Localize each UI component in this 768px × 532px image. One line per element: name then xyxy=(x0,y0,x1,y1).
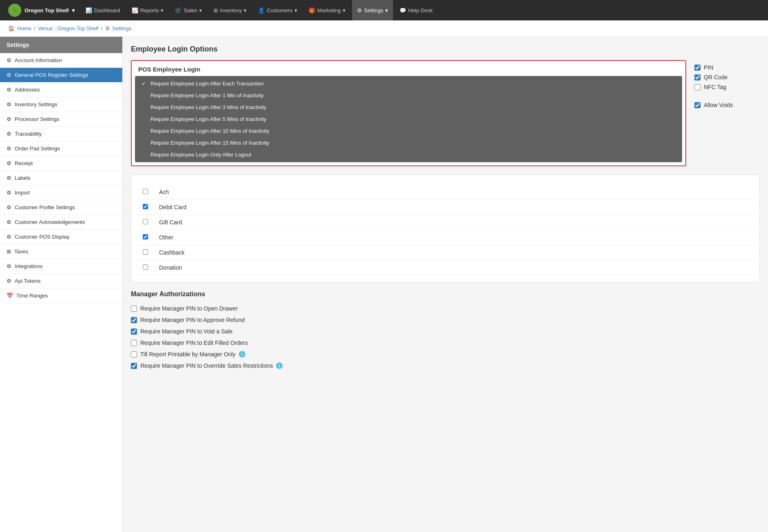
dropdown-item-0[interactable]: ✓ Require Employee Login After Each Tran… xyxy=(135,78,682,89)
other-checkbox[interactable] xyxy=(143,234,148,239)
nav-inventory[interactable]: ⊞ Inventory ▾ xyxy=(209,0,252,20)
pos-login-left: POS Employee Login ✓ Require Employee Lo… xyxy=(131,60,686,166)
dropdown-item-6[interactable]: Require Employee Login Only After Logout xyxy=(135,149,682,161)
donation-checkbox[interactable] xyxy=(143,264,148,270)
manager-open-drawer-checkbox[interactable] xyxy=(131,306,137,312)
sidebar-item-label: Inventory Settings xyxy=(15,101,57,107)
auth-row-4: Till Report Printable by Manager Only i xyxy=(131,349,760,360)
sidebar-item-label: Receipt xyxy=(15,160,33,166)
gift-label: Gift Card xyxy=(154,215,753,230)
sidebar-item-label: General POS Register Settings xyxy=(15,72,88,78)
sidebar-item-label: Integrations xyxy=(15,263,43,269)
cart-icon: 🛒 xyxy=(175,7,182,13)
sidebar-item-receipt[interactable]: ⚙ Receipt xyxy=(0,156,122,171)
manager-approve-refund-checkbox[interactable] xyxy=(131,317,137,323)
payment-methods-card: Ach Debit Card Gift Card Other xyxy=(131,174,760,282)
sidebar-item-label: Taxes xyxy=(14,248,28,255)
sidebar-item-addresses[interactable]: ⚙ Addresses xyxy=(0,83,122,97)
sidebar-item-api-tokens[interactable]: ⚙ Api Tokens xyxy=(0,274,122,288)
sidebar-item-order-pad[interactable]: ⚙ Order Pad Settings xyxy=(0,141,122,156)
sidebar-item-general-pos[interactable]: ⚙ General POS Register Settings xyxy=(0,68,122,83)
dropdown-item-label: Require Employee Login After 15 Mins of … xyxy=(150,140,269,146)
dropdown-item-2[interactable]: Require Employee Login After 3 Mins of I… xyxy=(135,101,682,113)
logo-icon: 🌿 xyxy=(8,4,21,17)
sidebar-item-import[interactable]: ⚙ Import xyxy=(0,186,122,200)
nav-dashboard-label: Dashboard xyxy=(94,7,120,13)
cashback-checkbox[interactable] xyxy=(143,249,148,255)
sidebar-item-integrations[interactable]: ⚙ Integrations xyxy=(0,259,122,274)
pin-checkbox[interactable] xyxy=(694,65,701,71)
auth-row-2: Require Manager PIN to Void a Sale xyxy=(131,326,760,337)
nfc-checkbox-row: NFC Tag xyxy=(694,84,760,90)
manager-void-sale-checkbox[interactable] xyxy=(131,329,137,335)
gear-icon: ⚙ xyxy=(7,278,11,284)
ach-checkbox[interactable] xyxy=(143,189,148,194)
page-layout: Settings ⚙ Account Information ⚙ General… xyxy=(0,37,768,532)
gear-icon: ⚙ xyxy=(7,204,11,210)
table-row: Gift Card xyxy=(138,215,753,230)
checkmark-icon: ✓ xyxy=(141,80,147,87)
nfc-checkbox[interactable] xyxy=(694,84,701,90)
breadcrumb-venue[interactable]: Venue : Oregon Top Shelf xyxy=(38,25,99,31)
logo[interactable]: 🌿 Oregon Top Shelf ▾ xyxy=(4,4,79,17)
dropdown-item-label: Require Employee Login After Each Transa… xyxy=(150,80,264,87)
manager-till-report-checkbox[interactable] xyxy=(131,351,137,358)
sidebar-item-label: Account Information xyxy=(15,57,62,63)
manager-edit-filled-label: Require Manager PIN to Edit Filled Order… xyxy=(140,340,248,346)
sidebar-item-processor-settings[interactable]: ⚙ Processor Settings xyxy=(0,112,122,127)
manager-edit-filled-checkbox[interactable] xyxy=(131,340,137,346)
dropdown-item-1[interactable]: Require Employee Login After 1 Min of In… xyxy=(135,89,682,101)
allow-voids-row: Allow Voids xyxy=(694,102,760,108)
manager-auth-title: Manager Authorizations xyxy=(131,291,760,298)
gear-icon: ⚙ xyxy=(7,101,11,107)
sidebar-item-customer-pos-display[interactable]: ⚙ Customer POS Display xyxy=(0,230,122,244)
nav-sales[interactable]: 🛒 Sales ▾ xyxy=(170,0,207,20)
info-icon[interactable]: i xyxy=(276,362,283,369)
table-row: Debit Card xyxy=(138,200,753,215)
allow-voids-checkbox[interactable] xyxy=(694,102,701,108)
sidebar-item-label: Customer POS Display xyxy=(15,234,70,240)
dropdown-item-5[interactable]: Require Employee Login After 15 Mins of … xyxy=(135,137,682,149)
sidebar-item-customer-ack[interactable]: ⚙ Customer Acknowledgements xyxy=(0,215,122,230)
employee-login-title: Employee Login Options xyxy=(131,45,760,54)
other-label: Other xyxy=(154,230,753,245)
donation-label: Donation xyxy=(154,260,753,275)
dropdown-item-3[interactable]: Require Employee Login After 5 Mins of I… xyxy=(135,113,682,125)
nav-customers[interactable]: 👤 Customers ▾ xyxy=(253,0,302,20)
gear-icon: ⚙ xyxy=(7,57,11,63)
sidebar-item-traceability[interactable]: ⚙ Traceability xyxy=(0,127,122,141)
breadcrumb-home[interactable]: Home xyxy=(17,25,31,31)
dropdown-item-4[interactable]: Require Employee Login After 10 Mins of … xyxy=(135,125,682,137)
nav-marketing-label: Marketing xyxy=(317,7,341,13)
gear-icon: ⚙ xyxy=(7,234,11,240)
gift-checkbox[interactable] xyxy=(143,219,148,224)
settings-icon: ⚙ xyxy=(357,7,362,13)
debit-checkbox[interactable] xyxy=(143,204,148,209)
sidebar-item-time-ranges[interactable]: 📅 Time Ranges xyxy=(0,288,122,303)
sidebar-item-customer-profile[interactable]: ⚙ Customer Profile Settings xyxy=(0,200,122,215)
nav-settings[interactable]: ⚙ Settings ▾ xyxy=(352,0,393,20)
auth-row-3: Require Manager PIN to Edit Filled Order… xyxy=(131,337,760,349)
nav-helpdesk[interactable]: 💬 Help Desk xyxy=(395,0,438,20)
customers-icon: 👤 xyxy=(258,7,265,13)
qr-checkbox[interactable] xyxy=(694,74,701,80)
breadcrumb-current[interactable]: Settings xyxy=(112,25,132,31)
sidebar-item-inventory-settings[interactable]: ⚙ Inventory Settings xyxy=(0,97,122,112)
sidebar-item-label: Time Ranges xyxy=(16,293,48,299)
reports-icon: 📈 xyxy=(132,7,138,13)
nav-reports[interactable]: 📈 Reports ▾ xyxy=(127,0,169,20)
info-icon[interactable]: i xyxy=(239,351,245,358)
sidebar-item-labels[interactable]: ⚙ Labels xyxy=(0,171,122,186)
dropdown-item-label: Require Employee Login After 3 Mins of I… xyxy=(150,104,266,110)
manager-override-restrictions-checkbox[interactable] xyxy=(131,363,137,369)
ach-label: Ach xyxy=(154,185,753,200)
gear-icon: ⚙ xyxy=(7,160,11,166)
sidebar-item-taxes[interactable]: ⊞ Taxes xyxy=(0,244,122,259)
nav-marketing[interactable]: 🎁 Marketing ▾ xyxy=(304,0,350,20)
sidebar-item-label: Processor Settings xyxy=(15,116,59,122)
login-dropdown[interactable]: ✓ Require Employee Login After Each Tran… xyxy=(135,76,682,162)
sidebar-item-account-information[interactable]: ⚙ Account Information xyxy=(0,53,122,68)
nav-dashboard[interactable]: 📊 Dashboard xyxy=(81,0,125,20)
dropdown-item-label: Require Employee Login After 1 Min of In… xyxy=(150,92,264,98)
brand-name: Oregon Top Shelf xyxy=(25,7,69,13)
